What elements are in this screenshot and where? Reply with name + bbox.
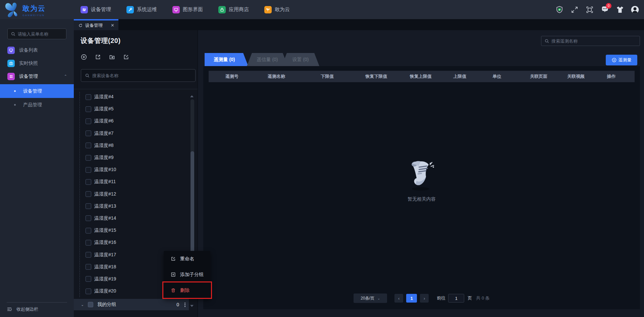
- add-telemetry-button[interactable]: 遥测量: [606, 55, 637, 65]
- device-checkbox[interactable]: [86, 179, 91, 185]
- device-checkbox[interactable]: [86, 155, 91, 161]
- context-menu-rename[interactable]: 重命名: [164, 251, 210, 267]
- device-row[interactable]: 温湿度#12: [74, 188, 190, 200]
- device-row[interactable]: 温湿度#14: [74, 212, 190, 224]
- device-checkbox[interactable]: [86, 240, 91, 246]
- wrench-icon: [126, 6, 134, 13]
- scroll-down-arrow[interactable]: [190, 305, 194, 307]
- telemetry-table-card: 遥测号遥测名称下限值恢复下限值恢复上限值上限值单位关联页面关联视频操作 暂无相关…: [203, 66, 640, 309]
- sidebar-item-label: 实时快照: [19, 60, 38, 66]
- device-row[interactable]: 温湿度#16: [74, 236, 190, 249]
- user-avatar[interactable]: [631, 5, 639, 14]
- page-size-dropdown[interactable]: 20条/页 ⌄: [354, 294, 387, 303]
- nav-item-system-ops[interactable]: 系统运维: [126, 6, 157, 13]
- device-label: 温湿度#10: [94, 167, 116, 173]
- scroll-up-arrow[interactable]: [190, 95, 194, 97]
- device-checkbox[interactable]: [86, 118, 91, 124]
- edit-icon[interactable]: [123, 54, 129, 60]
- collapse-sidebar-button[interactable]: 收起侧边栏: [7, 304, 38, 314]
- device-label: 温湿度#17: [94, 252, 116, 258]
- message-count-badge: 0: [606, 3, 611, 9]
- device-row[interactable]: 温湿度#7: [74, 127, 190, 140]
- table-header-cell: 恢复上限值: [399, 73, 442, 80]
- device-row[interactable]: 温湿度#10: [74, 164, 190, 176]
- sidebar-subitem-device-management[interactable]: 设备管理: [0, 84, 74, 98]
- sidebar-subitem-label: 设备管理: [23, 88, 42, 94]
- device-search-box[interactable]: [81, 69, 196, 82]
- device-row[interactable]: 温湿度#9: [74, 152, 190, 164]
- nav-item-app-store[interactable]: 应用商店: [218, 6, 249, 13]
- next-page-button[interactable]: ›: [420, 294, 429, 303]
- device-checkbox[interactable]: [86, 228, 91, 233]
- device-checkbox[interactable]: [86, 276, 91, 282]
- telemetry-search-box[interactable]: [541, 36, 640, 46]
- sidebar-item-snapshot[interactable]: 实时快照: [0, 57, 74, 70]
- device-row[interactable]: 温湿度#8: [74, 140, 190, 152]
- brand-logo-butterfly: [3, 1, 20, 18]
- tab-telemetry[interactable]: 遥测量 (0): [205, 53, 248, 66]
- device-checkbox[interactable]: [86, 252, 91, 258]
- tab-telesignal[interactable]: 遥信量 (0): [247, 53, 288, 66]
- device-row[interactable]: 温湿度#5: [74, 103, 190, 115]
- device-label: 温湿度#18: [94, 264, 116, 270]
- device-label: 温湿度#7: [94, 130, 114, 137]
- tab-label: 遥信量 (0): [257, 57, 278, 63]
- chevron-up-icon[interactable]: ⌃: [64, 74, 67, 78]
- device-checkbox[interactable]: [86, 143, 91, 148]
- device-checkbox[interactable]: [86, 191, 91, 197]
- device-row[interactable]: 温湿度#11: [74, 176, 190, 188]
- device-checkbox[interactable]: [86, 215, 91, 221]
- menu-search-input[interactable]: [18, 32, 61, 37]
- menu-search-box[interactable]: [7, 29, 66, 39]
- add-icon[interactable]: [81, 54, 87, 60]
- device-checkbox[interactable]: [86, 264, 91, 270]
- nav-item-device-management[interactable]: 设备管理: [80, 6, 111, 13]
- device-checkbox[interactable]: [86, 288, 91, 294]
- messages-icon[interactable]: 0: [600, 5, 609, 14]
- theme-tshirt-icon[interactable]: [615, 5, 624, 14]
- kebab-menu-icon[interactable]: [184, 303, 185, 307]
- search-icon: [11, 32, 15, 36]
- group-checkbox[interactable]: [88, 302, 93, 307]
- nav-item-ganweiyun[interactable]: 敢为云: [264, 6, 290, 13]
- telemetry-search-input[interactable]: [551, 39, 632, 44]
- goto-page-input[interactable]: [448, 294, 464, 303]
- context-menu-add-subgroup[interactable]: 添加子分组: [164, 267, 210, 282]
- device-row[interactable]: 温湿度#15: [74, 224, 190, 236]
- brand-title: 敢为云: [22, 4, 46, 13]
- current-page-button[interactable]: 1: [406, 294, 417, 303]
- close-icon[interactable]: ✕: [111, 23, 114, 28]
- device-checkbox[interactable]: [86, 203, 91, 209]
- tab-settings[interactable]: 设置 (0): [282, 53, 319, 66]
- search-icon: [545, 39, 549, 43]
- screenshot-frame-icon[interactable]: [585, 5, 594, 14]
- prev-page-button[interactable]: ‹: [394, 294, 403, 303]
- chevron-down-icon[interactable]: ⌄: [81, 303, 84, 307]
- sidebar-subitem-product-management[interactable]: 产品管理: [0, 98, 74, 112]
- device-checkbox[interactable]: [86, 94, 91, 100]
- group-row-my-group[interactable]: ⌄ 我的分组 0: [74, 299, 189, 310]
- export-icon[interactable]: [95, 54, 101, 60]
- context-menu-delete[interactable]: 删除: [164, 282, 210, 298]
- fullscreen-icon[interactable]: [570, 5, 579, 14]
- device-label: 温湿度#20: [94, 288, 116, 294]
- security-shield-icon[interactable]: [555, 5, 564, 14]
- device-row[interactable]: 温湿度#13: [74, 200, 190, 212]
- device-row[interactable]: 温湿度#4: [74, 91, 190, 103]
- refresh-icon[interactable]: [78, 23, 83, 28]
- move-to-folder-icon[interactable]: [109, 54, 115, 60]
- device-checkbox[interactable]: [86, 130, 91, 136]
- total-count-label: 共 0 条: [476, 295, 489, 301]
- doc-tab-device-management[interactable]: 设备管理 ✕: [74, 19, 118, 30]
- bullet-icon: [14, 104, 16, 106]
- sidebar-item-device-management[interactable]: 设备管理 ⌃: [0, 70, 74, 83]
- device-row[interactable]: 温湿度#6: [74, 115, 190, 127]
- device-checkbox[interactable]: [86, 167, 91, 173]
- nav-item-label: 系统运维: [137, 6, 157, 13]
- device-search-input[interactable]: [92, 73, 186, 78]
- device-checkbox[interactable]: [86, 106, 91, 112]
- device-label: 温湿度#9: [94, 155, 114, 161]
- sidebar-item-device-list[interactable]: 设备列表: [0, 44, 74, 57]
- nav-item-graphics-ui[interactable]: 图形界面: [172, 6, 203, 13]
- sidebar-subitem-label: 产品管理: [23, 102, 42, 108]
